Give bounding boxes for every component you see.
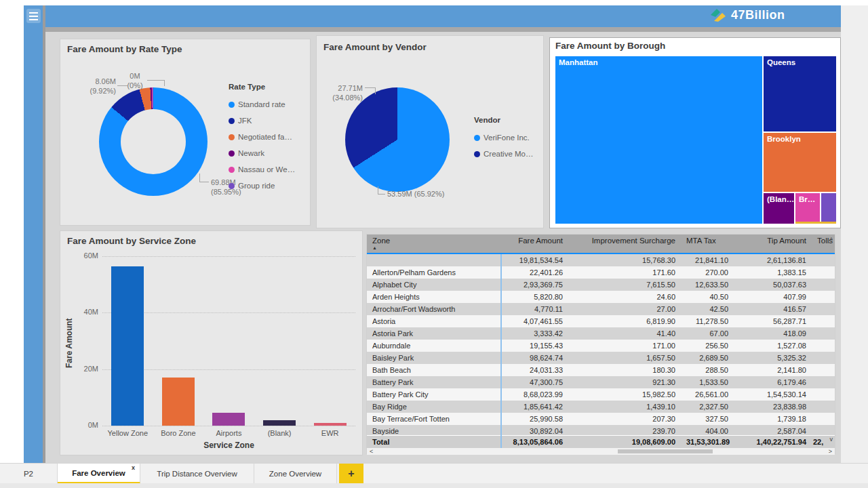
value-cell: 25,990.58	[500, 413, 568, 425]
legend-label: Negotiated fa…	[238, 133, 292, 141]
table-row[interactable]: Bayside30,892.04239.70404.002,587.04	[367, 425, 835, 435]
brand-logo-icon	[709, 7, 727, 22]
bar-slot	[254, 420, 305, 426]
value-cell: 47,300.75	[500, 376, 568, 388]
scroll-left-arrow[interactable]: <	[370, 448, 373, 455]
value-cell: 256.50	[681, 340, 734, 352]
scroll-right-arrow[interactable]: >	[829, 448, 832, 455]
borough-treemap: ManhattanQueensBrooklyn(Blan…Br…	[555, 56, 836, 224]
legend-item[interactable]: Creative Mo…	[474, 146, 534, 162]
table-row[interactable]: Arrochar/Fort Wadsworth4,770.1127.0042.5…	[367, 303, 835, 315]
value-cell: 407.99	[734, 291, 812, 303]
scrollbar-thumb[interactable]	[618, 449, 713, 453]
legend-item[interactable]: Newark	[229, 145, 295, 161]
vendor-pie[interactable]	[345, 87, 450, 192]
legend-item[interactable]: JFK	[229, 113, 295, 129]
tab-fare-overview[interactable]: Fare Overview x	[58, 464, 140, 484]
bar-ewr[interactable]	[314, 423, 347, 426]
column-header-fare-amount[interactable]: Fare Amount	[500, 235, 568, 253]
table-row[interactable]: Allerton/Pelham Gardens22,401.26171.6027…	[367, 266, 835, 279]
value-cell	[812, 352, 835, 364]
tab-p2[interactable]: P2	[0, 464, 58, 484]
value-cell	[812, 376, 835, 388]
bar-boro-zone[interactable]	[162, 378, 195, 426]
callout-connector	[117, 85, 127, 86]
treemap-tile-blan[interactable]: (Blan…	[764, 193, 794, 224]
value-cell: 1,527.08	[734, 340, 812, 352]
y-axis-tick: 20M	[75, 365, 98, 373]
y-axis-title: Fare Amount	[64, 292, 75, 394]
value-cell: 19,81,534.54	[500, 254, 568, 266]
bar--blank-[interactable]	[263, 420, 296, 426]
legend-label: VeriFone Inc.	[484, 134, 530, 142]
legend-item[interactable]: Group ride	[229, 178, 295, 194]
legend-dot-icon	[229, 167, 235, 173]
zone-cell: Arden Heights	[367, 291, 500, 303]
value-cell	[812, 327, 835, 340]
value-cell: 1,85,641.42	[500, 401, 568, 413]
bar-slot	[203, 413, 254, 426]
horizontal-scrollbar[interactable]: < >	[367, 448, 835, 455]
treemap-tile-brooklyn[interactable]: Brooklyn	[764, 133, 836, 192]
scroll-down-arrow[interactable]: v	[830, 436, 833, 443]
value-cell: 2,93,369.75	[500, 279, 568, 291]
value-cell: 2,689.50	[681, 352, 734, 364]
column-header-tip-amount[interactable]: Tip Amount	[734, 235, 812, 253]
bar-yellow-zone[interactable]	[111, 266, 144, 426]
value-cell: 7,615.50	[568, 279, 681, 291]
tab-zone-overview[interactable]: Zone Overview	[254, 464, 337, 484]
callout-connector	[199, 174, 209, 182]
table-row[interactable]: 19,81,534.5415,768.3021,841.102,61,136.8…	[367, 254, 835, 266]
table-row[interactable]: Bay Ridge1,85,641.421,439.102,327.5023,8…	[367, 401, 835, 413]
treemap-tile-br[interactable]: Br…	[795, 193, 820, 222]
zone-cell: Astoria Park	[367, 327, 500, 340]
value-cell: 2,587.04	[734, 425, 812, 435]
value-cell: 4,07,461.55	[500, 315, 568, 327]
total-value: 19,08,609.00	[568, 436, 681, 448]
legend-label: Standard rate	[238, 100, 285, 108]
column-header-zone[interactable]: Zone▲	[367, 235, 500, 253]
legend-item[interactable]: Nassau or We…	[229, 161, 295, 178]
treemap-tile-label: (Blan…	[764, 193, 794, 203]
treemap-tile[interactable]	[795, 222, 836, 224]
value-cell: 24.60	[568, 291, 681, 303]
value-cell: 30,892.04	[500, 425, 568, 435]
left-nav-rail	[24, 5, 43, 463]
rate-type-donut[interactable]	[99, 87, 208, 196]
value-cell	[812, 291, 835, 303]
add-page-button[interactable]: +	[339, 464, 363, 484]
value-cell: 416.57	[734, 303, 812, 315]
pie-label-verifone: 53.59M (65.92%)	[387, 189, 444, 199]
table-row[interactable]: Alphabet City2,93,369.757,615.5012,633.5…	[367, 279, 835, 291]
treemap-tile[interactable]	[821, 193, 836, 222]
tab-trip-distance-overview[interactable]: Trip Distance Overview	[140, 464, 254, 484]
value-cell	[812, 266, 835, 279]
table-row[interactable]: Baisley Park98,624.741,657.502,689.505,3…	[367, 352, 835, 364]
column-header-improvement-surcharge[interactable]: Improvement Surcharge	[568, 235, 681, 253]
tab-close-icon[interactable]: x	[132, 464, 135, 471]
value-cell: 8,68,023.99	[500, 388, 568, 401]
treemap-tile-label: Br…	[795, 193, 820, 203]
column-header-mta-tax[interactable]: MTA Tax	[681, 235, 734, 253]
legend-item[interactable]: VeriFone Inc.	[474, 129, 534, 146]
hamburger-menu-icon[interactable]	[26, 9, 41, 23]
table-row[interactable]: Bay Terrace/Fort Totten25,990.58207.3032…	[367, 413, 835, 425]
table-row[interactable]: Auburndale19,155.43171.00256.501,527.08	[367, 340, 835, 352]
table-row[interactable]: Bath Beach24,031.33180.30288.502,141.80	[367, 364, 835, 376]
value-cell	[812, 254, 835, 266]
value-cell	[812, 388, 835, 401]
x-axis-tick-label: Yellow Zone	[102, 429, 153, 437]
treemap-tile-manhattan[interactable]: Manhattan	[555, 56, 762, 224]
table-row[interactable]: Astoria Park3,333.4241.4067.00418.09	[367, 327, 835, 340]
treemap-tile-queens[interactable]: Queens	[764, 56, 836, 131]
value-cell: 2,141.80	[734, 364, 812, 376]
scroll-up-arrow[interactable]: ^	[830, 237, 833, 243]
table-row[interactable]: Arden Heights5,820.8024.6040.50407.99	[367, 291, 835, 303]
table-row[interactable]: Battery Park47,300.75921.301,533.506,179…	[367, 376, 835, 388]
value-cell: 56,287.71	[734, 315, 812, 327]
legend-item[interactable]: Negotiated fa…	[229, 129, 295, 145]
table-row[interactable]: Astoria4,07,461.556,819.9011,278.5056,28…	[367, 315, 835, 327]
legend-item[interactable]: Standard rate	[229, 96, 295, 113]
table-row[interactable]: Battery Park City8,68,023.9915,982.5026,…	[367, 388, 835, 401]
bar-airports[interactable]	[212, 413, 245, 426]
